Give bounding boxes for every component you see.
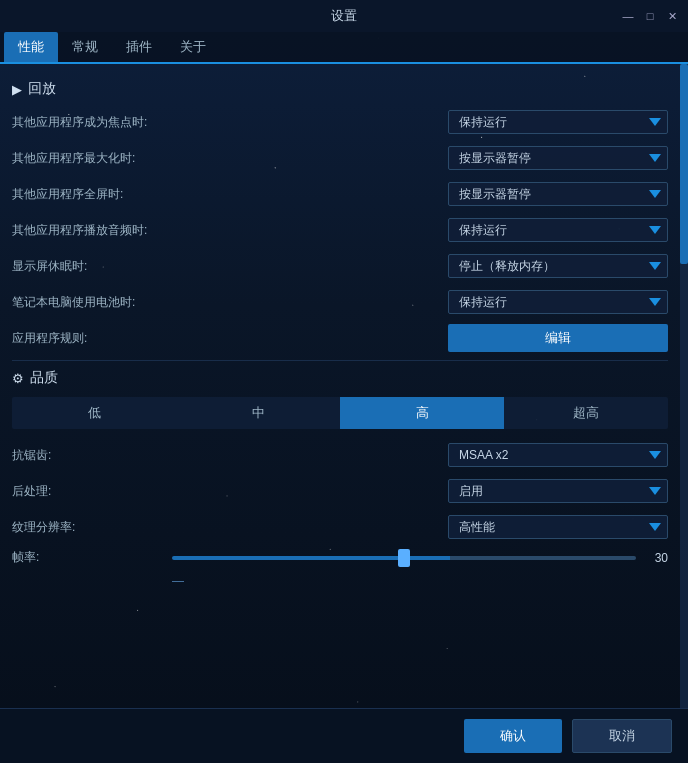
window-controls: — □ ✕	[620, 8, 680, 24]
quality-row-0: 抗锯齿: MSAA x2	[12, 441, 668, 469]
playback-row-0: 其他应用程序成为焦点时: 保持运行	[12, 108, 668, 136]
quality-btn-mid[interactable]: 中	[176, 397, 340, 429]
content-wrapper: ▶ 回放 其他应用程序成为焦点时: 保持运行 其他应用程序最大化时: 按显示器暂…	[0, 64, 688, 708]
fps-label: 帧率:	[12, 549, 172, 566]
playback-dropdown-1[interactable]: 按显示器暂停	[448, 146, 668, 170]
playback-label-3: 其他应用程序播放音频时:	[12, 222, 172, 239]
quality-bar: 低 中 高 超高	[12, 397, 668, 429]
bottom-bar: 确认 取消	[0, 708, 688, 763]
quality-btn-ultra[interactable]: 超高	[504, 397, 668, 429]
quality-label-2: 纹理分辨率:	[12, 519, 172, 536]
window-title: 设置	[68, 7, 620, 25]
playback-dropdown-5[interactable]: 保持运行	[448, 290, 668, 314]
quality-control-1: 启用	[172, 479, 668, 503]
quality-control-2: 高性能	[172, 515, 668, 539]
playback-label-2: 其他应用程序全屏时:	[12, 186, 172, 203]
playback-control-1: 按显示器暂停	[172, 146, 668, 170]
quality-label-0: 抗锯齿:	[12, 447, 172, 464]
playback-control-5: 保持运行	[172, 290, 668, 314]
playback-label-4: 显示屏休眠时:	[12, 258, 172, 275]
fps-extra: —	[12, 574, 668, 588]
playback-row-4: 显示屏休眠时: 停止（释放内存）	[12, 252, 668, 280]
playback-dropdown-3[interactable]: 保持运行	[448, 218, 668, 242]
playback-dropdown-0[interactable]: 保持运行	[448, 110, 668, 134]
quality-btn-high[interactable]: 高	[340, 397, 504, 429]
playback-title: 回放	[28, 80, 56, 98]
playback-row-2: 其他应用程序全屏时: 按显示器暂停	[12, 180, 668, 208]
quality-row-1: 后处理: 启用	[12, 477, 668, 505]
fps-row: 帧率: 30	[12, 549, 668, 566]
section-divider	[12, 360, 668, 361]
quality-section-header: ⚙ 品质	[12, 369, 668, 387]
playback-label-0: 其他应用程序成为焦点时:	[12, 114, 172, 131]
tab-about[interactable]: 关于	[166, 32, 220, 62]
playback-icon: ▶	[12, 82, 22, 97]
quality-row-2: 纹理分辨率: 高性能	[12, 513, 668, 541]
quality-dropdown-1[interactable]: 启用	[448, 479, 668, 503]
quality-btn-low[interactable]: 低	[12, 397, 176, 429]
quality-control-0: MSAA x2	[172, 443, 668, 467]
app-rule-control: 编辑	[172, 324, 668, 352]
edit-button[interactable]: 编辑	[448, 324, 668, 352]
scrollbar-thumb[interactable]	[680, 64, 688, 264]
confirm-button[interactable]: 确认	[464, 719, 562, 753]
minimize-button[interactable]: —	[620, 8, 636, 24]
settings-window: 设置 — □ ✕ 性能 常规 插件 关于 ▶ 回放 其他应用程序成为焦点时:	[0, 0, 688, 763]
quality-dropdown-2[interactable]: 高性能	[448, 515, 668, 539]
playback-label-5: 笔记本电脑使用电池时:	[12, 294, 172, 311]
playback-row-1: 其他应用程序最大化时: 按显示器暂停	[12, 144, 668, 172]
quality-icon: ⚙	[12, 371, 24, 386]
fps-slider[interactable]	[172, 556, 636, 560]
app-rule-label: 应用程序规则:	[12, 330, 172, 347]
playback-control-2: 按显示器暂停	[172, 182, 668, 206]
app-rule-row: 应用程序规则: 编辑	[12, 324, 668, 352]
playback-section-header: ▶ 回放	[12, 80, 668, 98]
fps-control: 30	[172, 551, 668, 565]
tab-general[interactable]: 常规	[58, 32, 112, 62]
main-content: ▶ 回放 其他应用程序成为焦点时: 保持运行 其他应用程序最大化时: 按显示器暂…	[0, 64, 680, 708]
title-bar: 设置 — □ ✕	[0, 0, 688, 32]
quality-dropdown-0[interactable]: MSAA x2	[448, 443, 668, 467]
playback-row-3: 其他应用程序播放音频时: 保持运行	[12, 216, 668, 244]
fps-value: 30	[644, 551, 668, 565]
playback-control-3: 保持运行	[172, 218, 668, 242]
quality-title: 品质	[30, 369, 58, 387]
playback-control-0: 保持运行	[172, 110, 668, 134]
cancel-button[interactable]: 取消	[572, 719, 672, 753]
playback-row-5: 笔记本电脑使用电池时: 保持运行	[12, 288, 668, 316]
playback-control-4: 停止（释放内存）	[172, 254, 668, 278]
tab-performance[interactable]: 性能	[4, 32, 58, 62]
playback-dropdown-2[interactable]: 按显示器暂停	[448, 182, 668, 206]
playback-dropdown-4[interactable]: 停止（释放内存）	[448, 254, 668, 278]
tab-bar: 性能 常规 插件 关于	[0, 32, 688, 64]
maximize-button[interactable]: □	[642, 8, 658, 24]
close-button[interactable]: ✕	[664, 8, 680, 24]
playback-label-1: 其他应用程序最大化时:	[12, 150, 172, 167]
quality-label-1: 后处理:	[12, 483, 172, 500]
scrollbar[interactable]	[680, 64, 688, 708]
tab-plugins[interactable]: 插件	[112, 32, 166, 62]
